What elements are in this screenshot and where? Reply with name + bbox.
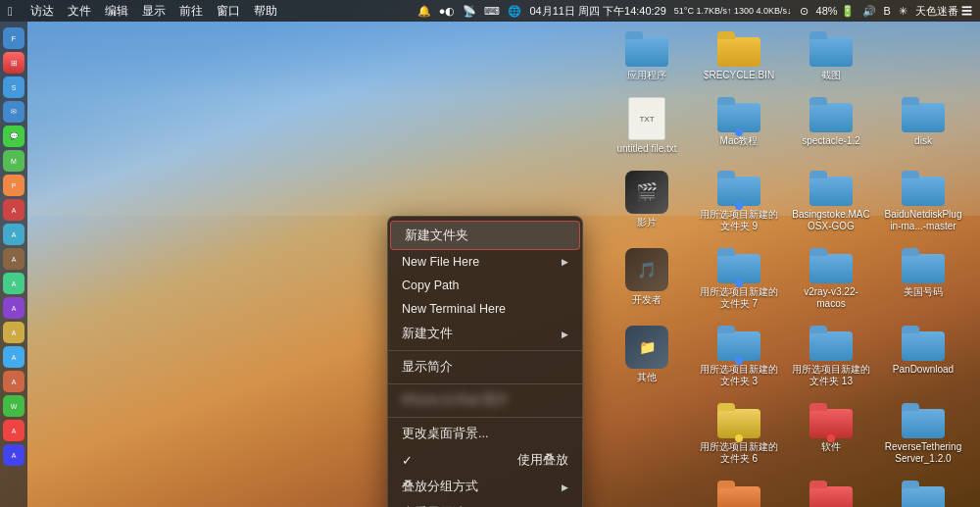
context-menu-use-stacks[interactable]: ✓ 使用叠放 [388,447,582,474]
menubar:  访达 文件 编辑 显示 前往 窗口 帮助 🔔 ●◐ 📡 ⌨ 🌐 04月11日… [0,0,980,22]
dock-icon-finder[interactable]: F [3,27,24,49]
context-separator-3 [388,417,582,418]
desktop-icon-untitled[interactable]: TXT untitled file.txt [604,93,690,159]
dock-icon-wechat[interactable]: W [3,395,24,417]
desktop-icon-selected7-label: 用所选项目新建的文件夹 7 [700,286,778,310]
context-menu-use-stacks-checkmark: ✓ [402,453,413,468]
desktop-icon-spectacle12b[interactable]: spectacle-1-1.2 [880,477,966,507]
context-menu-new-terminal[interactable]: New Terminal Here [388,297,582,321]
context-menu-new-terminal-label: New Terminal Here [402,302,506,316]
desktop-icon-software-label: 软件 [821,441,841,453]
context-menu-show-view[interactable]: 查看显示选项 [388,500,582,507]
desktop-icon-selected5[interactable]: 用所选项目新建的文件夹 5 [696,477,782,507]
desktop-icon-basingstoke[interactable]: Basingstoke.MACOSX-GOG [788,167,874,236]
desktop-icon-usnumber-label: 美国号码 [904,286,943,298]
desktop-icon-disk-label: disk [914,135,932,147]
desktop-icon-selected9[interactable]: 用所选项目新建的文件夹 9 [696,167,782,236]
menu-help[interactable]: 帮助 [254,3,277,20]
datetime: 04月11日 周四 下午14:40:29 [529,4,665,19]
dock-icon-app6[interactable]: A [3,322,24,343]
desktop-icon-reversetethering-label: ReverseTethering Server_1.2.0 [884,441,962,465]
context-separator-1 [388,350,582,351]
menu-go[interactable]: 前往 [179,3,203,20]
context-menu-use-stacks-label: 使用叠放 [517,452,568,469]
context-menu-new-folder[interactable]: 新建文件夹 [390,221,580,250]
context-menu-new-folder-label: 新建文件夹 [405,227,468,244]
wifi-icon[interactable]: ⊙ [800,5,808,18]
menu-edit[interactable]: 编辑 [105,3,128,20]
dock-icon-maps[interactable]: M [3,150,24,172]
desktop-icon-selected3[interactable]: 用所选项目新建的文件夹 3 [696,322,782,391]
desktop-icon-untitled-label: untitled file.txt [616,143,676,155]
desktop-icon-developer-label: 开发者 [632,294,662,306]
menu-file[interactable]: 文件 [68,3,91,20]
app-name-right: 天色迷番 ☰ [915,4,972,19]
dock-icon-app3[interactable]: A [3,248,24,270]
context-menu-change-bg[interactable]: 更改桌面背景... [388,421,582,447]
dock-icon-app7[interactable]: A [3,346,24,368]
globe-icon: 🌐 [508,5,521,18]
context-menu-copy-path-label: Copy Path [402,279,459,292]
desktop-icon-selected6[interactable]: 用所选项目新建的文件夹 6 [696,399,782,469]
desktop-icon-recycle[interactable]: $RECYCLE.BIN [696,27,782,85]
desktop-icon-selected13[interactable]: 用所选项目新建的文件夹 13 [788,322,874,391]
desktop-icon-developer[interactable]: 🎵 开发者 [604,244,690,314]
dock-icon-app1[interactable]: A [3,199,24,221]
desktop-icons: 应用程序 $RECYCLE.BIN 截图 TXT untitled file.t… [604,27,976,507]
desktop-icon-baidu[interactable]: BaiduNetdiskPlugin-ma...-master [880,167,966,236]
context-menu-new-file-here-label: New File Here [402,255,479,269]
desktop-icon-mac-tutorial[interactable]: Mac教程 [696,93,782,159]
desktop-icon-applications[interactable]: 应用程序 [604,27,690,85]
context-menu-new-file-here[interactable]: New File Here [388,250,582,274]
context-menu-blurred: iPhone & iPad 照片 [388,387,582,414]
desktop-icon-basingstoke-label: Basingstoke.MACOSX-GOG [792,209,870,232]
temp-network: 51°C 1.7KB/s↑ 1300 4.0KB/s↓ [674,6,792,16]
volume-icon[interactable]: 🔊 [862,5,876,18]
desktop-icon-pandownload-label: PanDownload [893,364,954,376]
app-name[interactable]: 访达 [30,3,54,20]
menubar-left:  访达 文件 编辑 显示 前往 窗口 帮助 [8,3,277,20]
dock: F ⊞ S ✉ 💬 M P A A A A A A A A W A [0,22,27,507]
dock-icon-app8[interactable]: A [3,371,24,392]
context-menu-copy-path[interactable]: Copy Path [388,274,582,297]
desktop-icon-pandownload[interactable]: PanDownload [880,322,966,391]
dock-icon-app2[interactable]: A [3,224,24,245]
desktop-icon-v2ray[interactable]: v2ray-v3.22-macos [788,244,874,314]
desktop-icon-disk[interactable]: disk [880,93,966,159]
dock-icon-mail[interactable]: ✉ [3,101,24,123]
menu-window[interactable]: 窗口 [217,3,240,20]
dock-icon-launchpad[interactable]: ⊞ [3,52,24,74]
desktop-icon-other[interactable]: 📁 其他 [604,322,690,391]
context-menu-show-info[interactable]: 显示简介 [388,354,582,380]
dock-icon-photos[interactable]: P [3,175,24,196]
desktop-icon-mac-tutorial-label: Mac教程 [720,135,759,147]
dock-icon-app4[interactable]: A [3,273,24,294]
dock-icon-safari[interactable]: S [3,76,24,98]
desktop-icon-baidu-label: BaiduNetdiskPlugin-ma...-master [884,209,962,232]
desktop-icon-usnumber[interactable]: 美国号码 [880,244,966,314]
desktop-icon-v2ray-label: v2ray-v3.22-macos [792,286,870,310]
dock-icon-app9[interactable]: A [3,420,24,441]
menu-view[interactable]: 显示 [142,3,166,20]
desktop-icon-software[interactable]: 软件 [788,399,874,469]
desktop-icon-other-label: 其他 [637,372,657,383]
desktop-icon-screenshot[interactable]: 截图 [788,27,874,85]
notification-icon[interactable]: 🔔 [417,5,431,18]
dock-icon-messages[interactable]: 💬 [3,126,24,147]
desktop-icon-selected3-label: 用所选项目新建的文件夹 3 [700,364,778,387]
desktop-icon-spectacle12[interactable]: spectacle-1.2 [788,93,874,159]
apple-logo-icon[interactable]:  [8,4,13,19]
network-icon[interactable]: 📡 [463,5,476,18]
dock-icon-app5[interactable]: A [3,297,24,319]
context-menu-new-file[interactable]: 新建文件 [388,321,582,347]
context-menu-blurred-label: iPhone & iPad 照片 [402,392,509,409]
desktop-icon-reversetethering[interactable]: ReverseTethering Server_1.2.0 [880,399,966,469]
context-menu: 新建文件夹 New File Here Copy Path New Termin… [387,216,583,507]
bluetooth-icon[interactable]: ✳ [899,5,907,18]
dock-icon-app10[interactable]: A [3,444,24,466]
context-menu-stack-by[interactable]: 叠放分组方式 [388,474,582,500]
desktop-icon-movie[interactable]: 🎬 影片 [604,167,690,236]
desktop-icon-selected13-label: 用所选项目新建的文件夹 13 [792,364,870,387]
desktop-icon-videos[interactable]: Videos [788,477,874,507]
desktop-icon-selected7[interactable]: 用所选项目新建的文件夹 7 [696,244,782,314]
